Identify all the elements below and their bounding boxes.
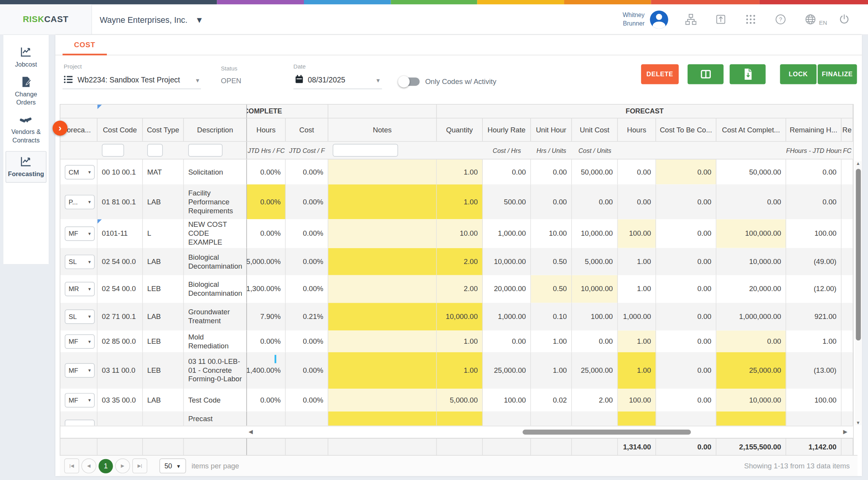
cell-cost_type[interactable]: L — [143, 219, 184, 248]
cell-description[interactable]: NEW COST CODE EXAMPLE — [184, 219, 247, 248]
cell-pct_hours[interactable]: 0.00% — [247, 184, 286, 219]
export-icon[interactable] — [715, 13, 727, 25]
cell-cost_code[interactable]: 0101-11 — [98, 219, 143, 248]
cell-unit_hour[interactable]: 0.50 — [531, 275, 572, 303]
cell-remaining[interactable]: (49.00) — [786, 248, 841, 275]
columns-button[interactable] — [688, 64, 724, 84]
cell-cost_at_complete[interactable]: 20,000.00 — [716, 275, 786, 303]
filter-input-notes[interactable] — [333, 144, 398, 157]
cell-cost_code[interactable]: 02 54 00.0 — [98, 275, 143, 303]
cell-notes[interactable] — [328, 184, 437, 219]
horizontal-scrollbar[interactable]: ◀▶ — [60, 426, 853, 438]
cell-re[interactable] — [841, 389, 853, 411]
cell-description[interactable]: Solicitation — [184, 159, 247, 184]
cell-remaining[interactable]: (13.00) — [786, 352, 841, 389]
cell-notes[interactable] — [328, 352, 437, 389]
cell-notes[interactable] — [328, 411, 437, 426]
cell-unit_hour[interactable]: 10.00 — [531, 219, 572, 248]
cell-cost_at_complete[interactable] — [716, 411, 786, 426]
cell-cost_at_complete[interactable]: 0.00 — [716, 184, 786, 219]
cell-quantity[interactable]: 1.00 — [437, 184, 483, 219]
cell-description[interactable]: Biological Decontamination — [184, 248, 247, 275]
cell-cost_to_be[interactable]: 0.00 — [656, 248, 716, 275]
expand-panel-button[interactable]: › — [53, 121, 68, 136]
cell-hourly_rate[interactable]: 500.00 — [483, 184, 531, 219]
cell-pct_cost[interactable] — [286, 411, 328, 426]
cell-description[interactable]: Test Code — [184, 389, 247, 411]
cell-hourly_rate[interactable]: 10,000.00 — [483, 248, 531, 275]
scrollbar-thumb[interactable] — [856, 169, 861, 340]
cell-quantity[interactable]: 2.00 — [437, 248, 483, 275]
cell-unit_hour[interactable]: 1.00 — [531, 352, 572, 389]
delete-button[interactable]: DELETE — [641, 64, 679, 84]
cell-f_hours[interactable]: 1.00 — [618, 275, 656, 303]
col-header-cost_code[interactable]: Cost Code — [98, 118, 143, 141]
cell-pct_hours[interactable]: 0.00% — [247, 159, 286, 184]
cell-cost_code[interactable]: 02 54 00.0 — [98, 248, 143, 275]
cell-hourly_rate[interactable]: 1,000.00 — [483, 303, 531, 331]
cell-f_hours[interactable]: 100.00 — [618, 389, 656, 411]
cell-cost_code[interactable] — [98, 411, 143, 426]
cell-quantity[interactable]: 10,000.00 — [437, 303, 483, 331]
col-header-f_hours[interactable]: Hours — [618, 118, 656, 141]
cell-f_hours[interactable]: 1.00 — [618, 331, 656, 352]
cell-cost_code[interactable]: 02 85 00.0 — [98, 331, 143, 352]
col-header-cost_type[interactable]: Cost Type — [143, 118, 184, 141]
cell-pct_hours[interactable]: 5,000.00% — [247, 248, 286, 275]
cell-unit_cost[interactable]: 100.00 — [572, 303, 618, 331]
cell-re[interactable] — [841, 184, 853, 219]
filter-input-description[interactable] — [188, 144, 223, 157]
cell-method[interactable]: MF▾ — [60, 331, 98, 352]
cell-cost_to_be[interactable]: 0.00 — [656, 219, 716, 248]
scroll-up-arrow[interactable]: ▲ — [856, 161, 860, 166]
cell-quantity[interactable]: 10.00 — [437, 219, 483, 248]
globe-icon[interactable] — [805, 13, 817, 25]
cell-quantity[interactable]: 1.00 — [437, 352, 483, 389]
col-header-re[interactable]: Re — [841, 118, 853, 141]
cell-cost_type[interactable]: LAB — [143, 184, 184, 219]
cell-re[interactable] — [841, 303, 853, 331]
cell-quantity[interactable]: 1.00 — [437, 159, 483, 184]
cell-cost_code[interactable]: 03 35 00.0 — [98, 389, 143, 411]
cell-unit_cost[interactable]: 50,000.00 — [572, 159, 618, 184]
cell-re[interactable] — [841, 248, 853, 275]
cell-notes[interactable] — [328, 331, 437, 352]
col-header-hourly_rate[interactable]: Hourly Rate — [483, 118, 531, 141]
cell-cost_type[interactable]: LAB — [143, 303, 184, 331]
cell-method[interactable]: MR▾ — [60, 275, 98, 303]
cell-cost_to_be[interactable]: 0.00 — [656, 331, 716, 352]
cell-quantity[interactable]: 2.00 — [437, 275, 483, 303]
cell-cost_to_be[interactable]: 0.00 — [656, 352, 716, 389]
cell-remaining[interactable] — [786, 411, 841, 426]
cell-cost_to_be[interactable] — [656, 411, 716, 426]
sidebar-item-jobcost[interactable]: Jobcost — [5, 46, 46, 69]
cell-cost_type[interactable]: MAT — [143, 159, 184, 184]
cell-re[interactable] — [841, 352, 853, 389]
cell-unit_cost[interactable]: 10,000.00 — [572, 275, 618, 303]
power-icon[interactable] — [838, 13, 850, 25]
forecast-method-dropdown[interactable]: SL▾ — [65, 309, 94, 324]
cell-pct_cost[interactable]: 0.00% — [286, 248, 328, 275]
cell-unit_hour[interactable]: 0.02 — [531, 389, 572, 411]
cell-method[interactable]: SL▾ — [60, 303, 98, 331]
finalize-button[interactable]: FINALIZE — [818, 64, 857, 84]
scrollbar-thumb[interactable] — [523, 430, 691, 435]
cell-hourly_rate[interactable]: 25,000.00 — [483, 352, 531, 389]
sidebar-item-vendors-contracts[interactable]: Vendors & Contracts — [5, 115, 46, 144]
cell-f_hours[interactable]: 0.00 — [618, 159, 656, 184]
cell-f_hours[interactable]: 1.00 — [618, 352, 656, 389]
cell-pct_hours[interactable] — [247, 411, 286, 426]
cell-re[interactable] — [841, 159, 853, 184]
cell-cost_at_complete[interactable]: 1,000,000.00 — [716, 303, 786, 331]
cell-remaining[interactable]: 100.00 — [786, 389, 841, 411]
cell-notes[interactable] — [328, 389, 437, 411]
cell-cost_at_complete[interactable]: 10,000.00 — [716, 248, 786, 275]
cell-quantity[interactable] — [437, 411, 483, 426]
cell-unit_cost[interactable] — [572, 411, 618, 426]
cell-pct_hours[interactable]: 0.00% — [247, 219, 286, 248]
cell-description[interactable]: Facility Performance Requirements — [184, 184, 247, 219]
forecast-method-dropdown[interactable]: P...▾ — [65, 195, 94, 209]
cell-remaining[interactable]: 921.00 — [786, 303, 841, 331]
scroll-right-arrow[interactable]: ▶ — [843, 429, 847, 435]
cell-f_hours[interactable]: 100.00 — [618, 219, 656, 248]
